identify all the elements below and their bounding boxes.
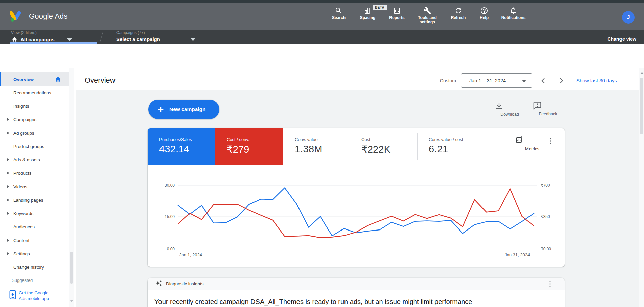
scorecard-cost[interactable]: Cost₹222K: [350, 128, 417, 165]
sidebar-item-audiences[interactable]: Audiences: [0, 220, 69, 234]
sidebar-item-label: Ads & assets: [13, 157, 40, 162]
scorecard-conv-value[interactable]: Conv. value1.38M: [283, 128, 350, 165]
sidebar-item-label: Change history: [13, 265, 44, 270]
sidebar-item-content[interactable]: Content: [0, 234, 69, 247]
sidebar-item-products[interactable]: Products: [0, 166, 69, 180]
date-range-value: Jan 1 – 31, 2024: [469, 78, 506, 83]
scorecard-purchases-sales[interactable]: Purchases/Sales432.14: [148, 128, 215, 165]
scorecard-cost-conv-[interactable]: Cost / conv.₹279: [215, 128, 283, 165]
topnav-spacing[interactable]: Spacing: [352, 6, 384, 20]
expand-icon[interactable]: [7, 199, 9, 201]
next-period-button[interactable]: [557, 76, 565, 85]
left-axis-tick: 15.00: [148, 214, 175, 219]
spacing-icon: [364, 7, 372, 15]
expand-icon[interactable]: [7, 172, 9, 174]
insights-overflow-menu[interactable]: [546, 280, 554, 288]
sidebar-item-ads-assets[interactable]: Ads & assets: [0, 153, 69, 166]
date-range-selector[interactable]: Jan 1 – 31, 2024: [461, 73, 532, 88]
expand-icon[interactable]: [7, 239, 9, 242]
chevron-down-icon: [522, 80, 526, 82]
sidebar-item-product-groups[interactable]: Product groups: [0, 140, 69, 153]
expand-icon[interactable]: [7, 212, 9, 215]
metrics-button[interactable]: Metrics: [515, 136, 549, 151]
refresh-icon: [454, 7, 462, 15]
scorecard-conv-value-cost[interactable]: Conv. value / cost6.21: [417, 128, 486, 165]
sidebar-item-label: Audiences: [13, 224, 35, 229]
google-ads-logo[interactable]: Google Ads: [10, 10, 68, 23]
sidebar-item-label: Keywords: [13, 211, 33, 216]
tools-icon: [423, 7, 431, 15]
new-campaign-button[interactable]: New campaign: [148, 100, 219, 119]
app-promo-line2: Ads mobile app: [19, 296, 49, 301]
sidebar-item-ad-groups[interactable]: Ad groups: [0, 126, 69, 140]
topnav-search[interactable]: Search: [323, 6, 355, 20]
download-label: Download: [495, 112, 525, 117]
page-header: [76, 68, 639, 90]
page-title: Overview: [85, 76, 116, 85]
sidebar-item-label: Recommendations: [13, 90, 51, 95]
new-campaign-label: New campaign: [169, 106, 206, 112]
sidebar-scrollbar-thumb[interactable]: [70, 252, 73, 284]
topnav-help[interactable]: Help: [468, 6, 500, 20]
change-view-button[interactable]: Change view: [607, 36, 636, 42]
metrics-icon: [515, 136, 549, 144]
main-scrollbar-thumb[interactable]: [640, 78, 643, 134]
help-icon: [480, 7, 488, 15]
right-axis-tick: ₹700: [541, 183, 550, 188]
previous-period-button[interactable]: [539, 76, 547, 85]
diagnostic-insights-card: Diagnostic insights Your recently create…: [148, 278, 565, 307]
insights-header: Diagnostic insights: [148, 278, 565, 290]
mobile-app-promo[interactable]: Get the Google Ads mobile app: [0, 286, 76, 307]
sidebar-item-recommendations[interactable]: Recommendations: [0, 86, 69, 99]
topnav-reports[interactable]: Reports: [381, 6, 413, 20]
topnav-notifications[interactable]: Notifications: [497, 6, 530, 20]
sparkle-icon: [155, 280, 162, 287]
show-last-30-days-link[interactable]: Show last 30 days: [576, 78, 617, 83]
scorecard-value: 6.21: [429, 144, 448, 155]
chevron-down-icon[interactable]: [191, 38, 195, 41]
sidebar-item-label: Videos: [13, 184, 27, 189]
expand-icon[interactable]: [7, 252, 9, 255]
expand-icon[interactable]: [7, 118, 9, 121]
window-top-strip: [0, 0, 644, 3]
sidebar-item-landing-pages[interactable]: Landing pages: [0, 193, 69, 207]
account-avatar[interactable]: J: [622, 11, 635, 24]
suggested-section-label: Suggested: [12, 278, 33, 283]
scorecard-label: Conv. value / cost: [429, 137, 463, 142]
left-axis-tick: 30.00: [148, 183, 175, 188]
overview-summary-card: Purchases/Sales432.14Cost / conv.₹279Con…: [148, 128, 565, 267]
select-campaign-dropdown[interactable]: Select a campaign: [116, 36, 160, 42]
sidebar-item-label: Products: [13, 171, 31, 176]
topnav-label: Notifications: [497, 16, 530, 20]
expand-icon[interactable]: [7, 158, 9, 161]
scorecard-label: Cost: [361, 137, 370, 142]
feedback-button[interactable]: Feedback: [533, 101, 563, 116]
scorecard-label: Conv. value: [295, 137, 318, 142]
google-ads-logo-icon: [10, 10, 24, 23]
sidebar-item-overview[interactable]: Overview: [0, 72, 69, 86]
sidebar-item-keywords[interactable]: Keywords: [0, 207, 69, 220]
app-promo-line1: Get the Google: [19, 290, 49, 296]
topnav-label: Reports: [381, 16, 413, 20]
sidebar-item-campaigns[interactable]: Campaigns: [0, 113, 69, 126]
top-app-bar: Google Ads BETA J SearchSpacingReportsTo…: [0, 3, 644, 30]
topnav-tools-and-settings[interactable]: Tools and settings: [411, 6, 444, 24]
plus-icon: [157, 106, 165, 113]
scroll-up-icon[interactable]: [640, 72, 644, 74]
sidebar-item-settings[interactable]: Settings: [0, 247, 69, 260]
sidebar-item-videos[interactable]: Videos: [0, 180, 69, 193]
chevron-down-icon[interactable]: [67, 38, 72, 41]
scroll-down-icon[interactable]: [70, 300, 73, 302]
download-button[interactable]: Download: [495, 102, 525, 117]
sidebar-item-label: Ad groups: [13, 131, 34, 136]
sidebar-item-change-history[interactable]: Change history: [0, 260, 69, 274]
metrics-label: Metrics: [515, 146, 549, 151]
sidebar-item-insights[interactable]: Insights: [0, 99, 69, 113]
google-ads-app: Google Ads BETA J SearchSpacingReportsTo…: [0, 0, 644, 307]
card-overflow-menu[interactable]: [547, 137, 555, 145]
sidebar-item-label: Content: [13, 238, 29, 243]
scorecard-value: 432.14: [159, 144, 189, 155]
insights-title: Diagnostic insights: [166, 281, 204, 286]
expand-icon[interactable]: [7, 185, 9, 188]
expand-icon[interactable]: [7, 132, 9, 134]
